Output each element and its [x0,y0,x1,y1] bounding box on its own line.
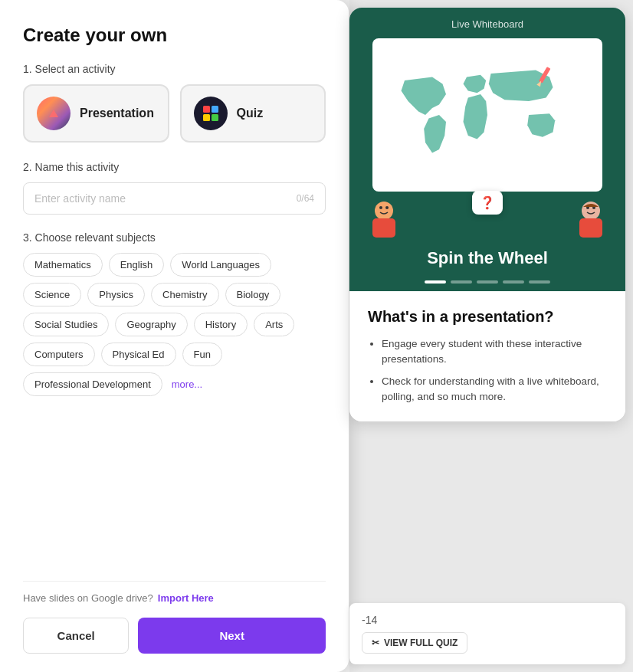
import-here-link[interactable]: Import Here [158,592,214,604]
info-list: Engage every student with these interact… [368,336,607,405]
bottom-quiz-panel: -14 ✂ VIEW FULL QUIZ [349,603,625,664]
step3-label: 3. Choose relevant subjects [23,231,326,244]
score-value: -14 [362,614,377,626]
chip-world-languages[interactable]: World Languages [170,253,271,277]
chip-arts[interactable]: Arts [254,313,294,336]
view-quiz-label: VIEW FULL QUIZ [384,638,458,648]
subject-chips: Mathematics English World Languages Scie… [23,253,326,396]
chip-social-studies[interactable]: Social Studies [23,313,109,336]
svg-rect-4 [203,114,210,121]
step2-label: 2. Name this activity [23,161,326,173]
carousel-dots [425,280,550,284]
svg-point-11 [379,206,382,209]
svg-point-12 [385,206,389,209]
quiz-button[interactable]: Quiz [180,84,326,143]
chip-english[interactable]: English [109,253,165,277]
quiz-bubble: ❓ [472,191,503,215]
world-map-container [372,38,602,192]
info-bullet-1: Engage every student with these interact… [382,336,607,368]
svg-rect-9 [372,218,395,238]
right-panel: Live Whiteboard [349,8,625,421]
google-drive-bar: Have slides on Google drive? Import Here [23,581,326,615]
carousel-label: Live Whiteboard [451,18,523,30]
avatar-right [572,199,610,245]
chip-mathematics[interactable]: Mathematics [23,253,103,277]
world-map-svg [384,54,591,176]
svg-rect-3 [212,106,218,113]
chip-physical-ed[interactable]: Physical Ed [101,343,176,366]
chip-biology[interactable]: Biology [225,283,281,306]
name-input-wrapper: 0/64 [23,182,326,215]
view-full-quiz-button[interactable]: ✂ VIEW FULL QUIZ [362,632,467,654]
info-title: What's in a presentation? [368,308,607,326]
chip-history[interactable]: History [194,313,248,336]
scissors-icon: ✂ [372,638,379,648]
chip-science[interactable]: Science [23,283,81,306]
step1-label: 1. Select an activity [23,63,326,75]
chip-computers[interactable]: Computers [23,343,95,366]
activity-types: Presentation Quiz [23,84,326,143]
presentation-label: Presentation [80,107,154,120]
dot-4[interactable] [503,280,524,284]
create-panel: Create your own 1. Select an activity Pr… [0,0,349,672]
panel-title: Create your own [23,25,326,46]
info-section: What's in a presentation? Engage every s… [349,291,625,421]
carousel-title: Spin the Wheel [427,248,548,268]
char-count: 0/64 [297,193,314,204]
svg-rect-14 [579,218,602,238]
svg-rect-2 [203,106,210,113]
google-drive-text: Have slides on Google drive? [23,592,153,604]
quiz-label: Quiz [237,107,264,120]
chip-geography[interactable]: Geography [115,313,187,336]
activity-name-input[interactable] [34,192,297,205]
svg-rect-5 [212,114,218,121]
dot-2[interactable] [451,280,472,284]
presentation-icon [37,97,71,130]
dot-3[interactable] [477,280,498,284]
score-display: -14 [362,614,613,626]
chip-physics[interactable]: Physics [87,283,145,306]
next-button[interactable]: Next [138,618,326,654]
bottom-section: Have slides on Google drive? Import Here… [23,581,326,654]
dot-1[interactable] [425,280,446,284]
presentation-button[interactable]: Presentation [23,84,169,143]
chip-fun[interactable]: Fun [182,343,222,366]
dot-5[interactable] [529,280,550,284]
chip-professional-development[interactable]: Professional Development [23,372,162,396]
action-buttons: Cancel Next [23,618,326,654]
info-bullet-2: Check for understanding with a live whit… [382,374,607,405]
quiz-icon [194,97,228,130]
cancel-button[interactable]: Cancel [23,618,129,654]
more-subjects-button[interactable]: more... [169,372,205,396]
carousel-card: Live Whiteboard [349,8,625,291]
chip-chemistry[interactable]: Chemistry [151,283,219,306]
avatar-left [365,199,403,245]
